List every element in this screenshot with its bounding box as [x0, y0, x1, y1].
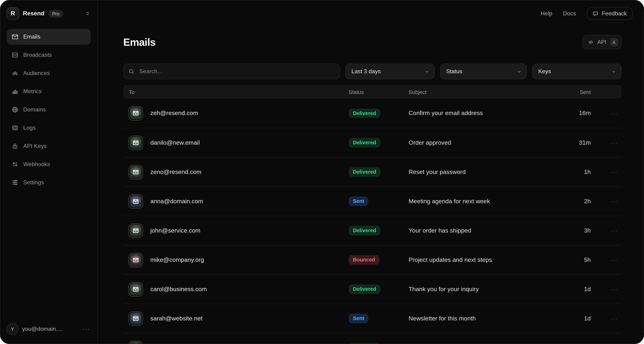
sent-time: 1h	[555, 168, 591, 176]
toolbar: Last 3 days Status Keys	[123, 64, 622, 79]
user-email: you@domain....	[22, 326, 62, 332]
keys-filter-dropdown[interactable]: Keys	[532, 64, 622, 79]
avatar-cell	[129, 341, 150, 344]
sidebar-item-broadcasts[interactable]: Broadcasts	[7, 47, 91, 63]
sidebar-item-metrics[interactable]: Metrics	[7, 84, 91, 99]
top-bar: Help Docs Feedback	[98, 0, 644, 20]
envelope-icon	[12, 33, 18, 40]
email-subject: Thank you for your inquiry	[408, 286, 555, 293]
table-row[interactable]: anna@domain.com Sent Meeting agenda for …	[123, 186, 622, 216]
row-menu-ellipsis-icon[interactable]: ···	[591, 257, 622, 263]
recipient-email: anna@domain.com	[150, 198, 348, 205]
sidebar-item-emails[interactable]: Emails	[7, 29, 91, 45]
recipient-email: carol@business.com	[150, 286, 348, 293]
row-menu-ellipsis-icon[interactable]: ···	[591, 110, 622, 116]
sliders-icon	[12, 179, 18, 186]
row-menu-ellipsis-icon[interactable]: ···	[591, 198, 622, 204]
sidebar-item-webhooks[interactable]: Webhooks	[7, 156, 91, 172]
help-link[interactable]: Help	[540, 10, 552, 17]
table-row[interactable]: john@service.com Delivered Your order ha…	[123, 216, 622, 245]
chevron-down-icon	[424, 69, 430, 74]
avatar-cell	[129, 253, 150, 267]
column-header-to: To	[129, 89, 150, 95]
column-header-subject: Subject	[408, 89, 555, 95]
status-cell: Delivered	[348, 226, 408, 236]
sidebar-item-label: Broadcasts	[23, 52, 52, 58]
docs-link[interactable]: Docs	[563, 10, 576, 17]
page-header: Emails API A	[123, 35, 622, 49]
date-range-dropdown[interactable]: Last 3 days	[346, 64, 435, 79]
status-cell: Sent	[348, 197, 408, 206]
sidebar-item-label: Logs	[23, 125, 36, 131]
status-badge: Delivered	[348, 108, 380, 118]
table-row[interactable]: carol@business.com Delivered Thank you f…	[123, 274, 622, 304]
email-envelope-avatar	[129, 341, 142, 344]
status-cell: Bounced	[348, 255, 408, 265]
page-title: Emails	[123, 36, 156, 48]
table-row[interactable]: zeno@resend.com Delivered Reset your pas…	[123, 157, 622, 186]
date-range-value: Last 3 days	[352, 68, 381, 75]
sidebar-item-api-keys[interactable]: API Keys	[7, 138, 91, 154]
row-menu-ellipsis-icon[interactable]: ···	[591, 228, 622, 234]
status-badge: Bounced	[348, 255, 379, 265]
row-menu-ellipsis-icon[interactable]: ···	[591, 140, 622, 146]
sent-time: 3h	[555, 227, 591, 234]
table-row[interactable]: zeh@resend.com Delivered Confirm your em…	[123, 98, 622, 128]
recipient-email: zeh@resend.com	[150, 110, 348, 117]
sidebar-item-label: Webhooks	[23, 161, 50, 168]
avatar-cell	[129, 165, 150, 179]
app-window: R Resend Pro Emails Broadcasts Audiences	[0, 0, 644, 344]
email-subject: Meeting agenda for next week	[408, 198, 555, 205]
table-header: To Status Subject Sent	[123, 85, 622, 98]
email-envelope-avatar	[129, 312, 142, 325]
status-cell: Sent	[348, 314, 408, 323]
sidebar-item-logs[interactable]: Logs	[7, 120, 91, 136]
sidebar-item-domains[interactable]: Domains	[7, 102, 91, 118]
row-menu-ellipsis-icon[interactable]: ···	[591, 316, 622, 322]
table-row[interactable]: danilo@new.email Delivered Order approve…	[123, 128, 622, 157]
email-envelope-avatar	[129, 136, 142, 150]
arrows-up-down-icon	[12, 161, 18, 168]
status-cell: Delivered	[348, 108, 408, 118]
sidebar-item-settings[interactable]: Settings	[7, 175, 91, 190]
avatar-cell	[129, 106, 150, 120]
workspace-switcher[interactable]: R Resend Pro	[0, 0, 97, 23]
feedback-label: Feedback	[602, 10, 627, 17]
updown-chevron-icon[interactable]	[85, 11, 91, 16]
row-menu-ellipsis-icon[interactable]: ···	[591, 286, 622, 292]
feedback-button[interactable]: Feedback	[587, 7, 632, 20]
user-menu-ellipsis-icon[interactable]: ···	[82, 325, 91, 333]
table-row[interactable]: mike@company.org Bounced Project updates…	[123, 245, 622, 274]
user-account-row[interactable]: Y you@domain.... ···	[7, 322, 91, 336]
table-body: zeh@resend.com Delivered Confirm your em…	[123, 98, 622, 344]
search-input[interactable]	[123, 64, 340, 79]
avatar-cell	[129, 136, 150, 150]
status-badge: Sent	[348, 197, 368, 206]
table-row[interactable]: Delivered ···	[123, 333, 622, 344]
sidebar-item-label: Metrics	[23, 88, 42, 95]
sent-time: 5h	[555, 256, 591, 264]
status-badge: Delivered	[348, 284, 380, 294]
sent-time: 2h	[555, 198, 591, 205]
sent-time: 1d	[555, 315, 591, 322]
avatar-cell	[129, 282, 150, 296]
status-badge: Sent	[348, 314, 368, 323]
api-button[interactable]: API A	[582, 35, 622, 49]
sidebar-item-label: Audiences	[23, 70, 50, 76]
table-row[interactable]: sarah@website.net Sent Newsletter for th…	[123, 304, 622, 333]
status-cell: Delivered	[348, 343, 408, 344]
sent-time: 1d	[555, 286, 591, 293]
email-subject: Order approved	[408, 139, 555, 146]
api-label: API	[597, 39, 606, 45]
status-filter-dropdown[interactable]: Status	[440, 64, 527, 79]
sidebar-footer: Y you@domain.... ···	[0, 322, 97, 344]
sidebar-item-audiences[interactable]: Audiences	[7, 65, 91, 81]
scale-wrapper: R Resend Pro Emails Broadcasts Audiences	[0, 0, 644, 344]
row-menu-ellipsis-icon[interactable]: ···	[591, 169, 622, 175]
column-header-status: Status	[348, 89, 408, 95]
avatar-cell	[129, 224, 150, 237]
broadcast-icon	[12, 52, 18, 58]
email-envelope-avatar	[129, 106, 142, 120]
sent-time: 16m	[555, 110, 591, 117]
status-badge: Delivered	[348, 343, 380, 344]
